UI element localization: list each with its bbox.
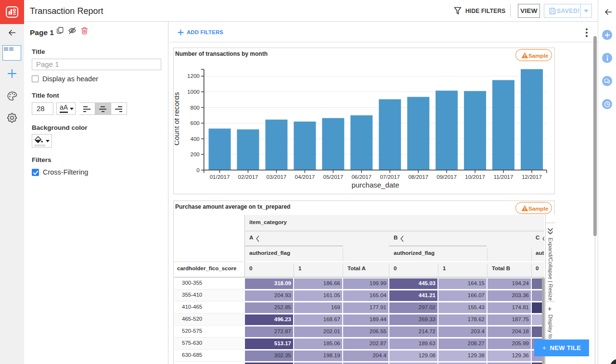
svg-text:200: 200 [191, 151, 200, 157]
svg-text:05/2017: 05/2017 [323, 174, 344, 180]
svg-text:01/2017: 01/2017 [210, 174, 230, 180]
svg-text:06/2017: 06/2017 [351, 174, 372, 180]
svg-text:08/2017: 08/2017 [408, 174, 428, 180]
svg-text:04/2017: 04/2017 [295, 174, 315, 180]
svg-text:0: 0 [196, 167, 199, 173]
svg-text:09/2017: 09/2017 [436, 174, 457, 180]
svg-text:02/2017: 02/2017 [238, 174, 258, 180]
svg-text:400: 400 [191, 136, 200, 142]
svg-text:1200: 1200 [187, 73, 200, 79]
svg-text:purchase_date: purchase_date [351, 181, 399, 189]
svg-text:11/2017: 11/2017 [494, 174, 513, 180]
svg-text:07/2017: 07/2017 [380, 174, 400, 180]
svg-text:Count of records: Count of records [175, 92, 180, 146]
svg-text:03/2017: 03/2017 [267, 174, 287, 180]
svg-text:10/2017: 10/2017 [465, 174, 485, 180]
svg-text:600: 600 [191, 120, 200, 126]
svg-text:1000: 1000 [187, 89, 200, 95]
svg-text:12/2017: 12/2017 [522, 174, 542, 180]
svg-text:800: 800 [191, 105, 200, 111]
